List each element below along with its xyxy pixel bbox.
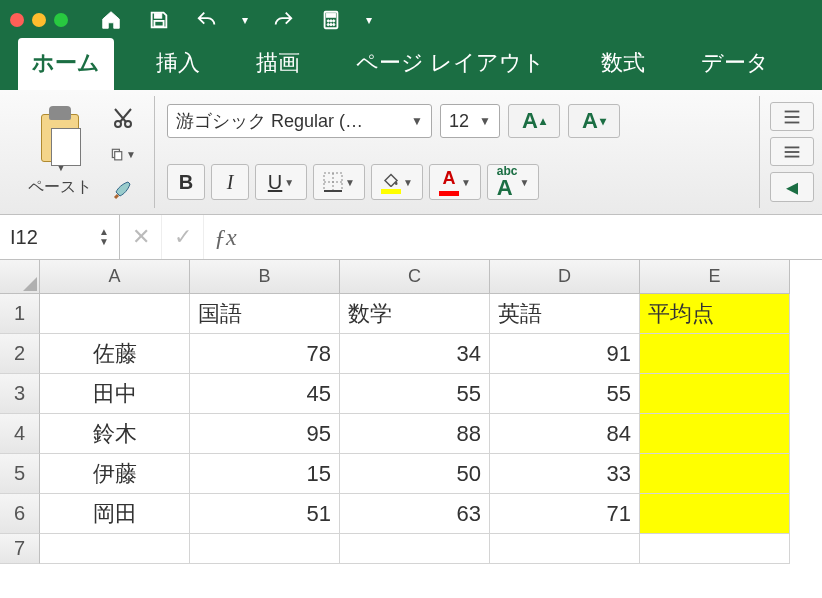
cut-icon[interactable] <box>110 106 136 130</box>
cell-B5[interactable]: 15 <box>190 454 340 494</box>
ribbon: ▼ ペースト ▼ 游ゴシック Regular (… ▼ 12 <box>0 90 822 215</box>
format-painter-icon[interactable] <box>110 178 136 202</box>
namebox-down-icon[interactable]: ▼ <box>99 237 109 247</box>
cell-B1[interactable]: 国語 <box>190 294 340 334</box>
cell-E3[interactable] <box>640 374 790 414</box>
cell-D3[interactable]: 55 <box>490 374 640 414</box>
name-box[interactable]: I12 ▲ ▼ <box>0 215 120 259</box>
col-header-D[interactable]: D <box>490 260 640 294</box>
cell-B2[interactable]: 78 <box>190 334 340 374</box>
font-size-combo[interactable]: 12 ▼ <box>440 104 500 138</box>
more-options-button[interactable] <box>770 137 814 166</box>
svg-rect-13 <box>115 152 122 160</box>
paste-label: ペースト <box>28 177 92 198</box>
minimize-icon[interactable] <box>32 13 46 27</box>
chevron-down-icon[interactable]: ▼ <box>405 114 423 128</box>
row-header-1[interactable]: 1 <box>0 294 40 334</box>
col-header-B[interactable]: B <box>190 260 340 294</box>
cell-A5[interactable]: 伊藤 <box>40 454 190 494</box>
col-header-A[interactable]: A <box>40 260 190 294</box>
cell-B7[interactable] <box>190 534 340 564</box>
cell-E2[interactable] <box>640 334 790 374</box>
spreadsheet-grid: A B C D E 1 国語 数学 英語 平均点 2 佐藤 78 34 91 3… <box>0 260 822 564</box>
cell-C1[interactable]: 数学 <box>340 294 490 334</box>
svg-rect-0 <box>154 14 161 19</box>
qat-dropdown-icon[interactable]: ▾ <box>240 13 250 27</box>
copy-icon[interactable]: ▼ <box>110 142 136 166</box>
col-header-E[interactable]: E <box>640 260 790 294</box>
save-icon[interactable] <box>144 5 174 35</box>
align-group-button[interactable] <box>770 102 814 131</box>
qat-more-icon[interactable]: ▾ <box>364 13 374 27</box>
zoom-icon[interactable] <box>54 13 68 27</box>
cell-D1[interactable]: 英語 <box>490 294 640 334</box>
underline-label: U <box>268 171 282 194</box>
tab-draw[interactable]: 描画 <box>242 38 314 90</box>
svg-point-4 <box>327 20 329 22</box>
phonetic-guide-button[interactable]: abcA ▼ <box>487 164 539 200</box>
tab-data[interactable]: データ <box>687 38 783 90</box>
tab-formulas[interactable]: 数式 <box>587 38 659 90</box>
cell-C7[interactable] <box>340 534 490 564</box>
cell-D4[interactable]: 84 <box>490 414 640 454</box>
row-header-3[interactable]: 3 <box>0 374 40 414</box>
shrink-font-button[interactable]: A▾ <box>568 104 620 138</box>
select-all-corner[interactable] <box>0 260 40 294</box>
chevron-down-icon[interactable]: ▼ <box>473 114 491 128</box>
cell-A2[interactable]: 佐藤 <box>40 334 190 374</box>
grow-font-button[interactable]: A▴ <box>508 104 560 138</box>
font-size-value: 12 <box>449 111 469 132</box>
font-color-button[interactable]: A ▼ <box>429 164 481 200</box>
name-box-value: I12 <box>10 226 38 249</box>
cell-B6[interactable]: 51 <box>190 494 340 534</box>
cell-A4[interactable]: 鈴木 <box>40 414 190 454</box>
undo-icon[interactable] <box>192 5 222 35</box>
cell-C4[interactable]: 88 <box>340 414 490 454</box>
tab-page-layout[interactable]: ページ レイアウト <box>342 38 559 90</box>
cell-D6[interactable]: 71 <box>490 494 640 534</box>
cell-E5[interactable] <box>640 454 790 494</box>
accept-formula-icon[interactable]: ✓ <box>162 215 204 259</box>
row-header-7[interactable]: 7 <box>0 534 40 564</box>
cell-A6[interactable]: 岡田 <box>40 494 190 534</box>
borders-button[interactable]: ▼ <box>313 164 365 200</box>
cell-D7[interactable] <box>490 534 640 564</box>
chevron-down-icon[interactable]: ▼ <box>126 149 136 160</box>
cell-C6[interactable]: 63 <box>340 494 490 534</box>
fill-color-button[interactable]: ▼ <box>371 164 423 200</box>
cell-A1[interactable] <box>40 294 190 334</box>
cell-A7[interactable] <box>40 534 190 564</box>
cell-B4[interactable]: 95 <box>190 414 340 454</box>
row-header-5[interactable]: 5 <box>0 454 40 494</box>
underline-button[interactable]: U▼ <box>255 164 307 200</box>
cell-D2[interactable]: 91 <box>490 334 640 374</box>
font-name-combo[interactable]: 游ゴシック Regular (… ▼ <box>167 104 432 138</box>
calculator-icon[interactable] <box>316 5 346 35</box>
cell-D5[interactable]: 33 <box>490 454 640 494</box>
formula-input[interactable] <box>247 215 822 259</box>
row-header-4[interactable]: 4 <box>0 414 40 454</box>
cell-C5[interactable]: 50 <box>340 454 490 494</box>
bold-button[interactable]: B <box>167 164 205 200</box>
fx-icon[interactable]: ƒx <box>204 224 247 251</box>
italic-button[interactable]: I <box>211 164 249 200</box>
cell-E7[interactable] <box>640 534 790 564</box>
cell-A3[interactable]: 田中 <box>40 374 190 414</box>
home-icon[interactable] <box>96 5 126 35</box>
col-header-C[interactable]: C <box>340 260 490 294</box>
paste-split-button[interactable]: ▼ ペースト <box>18 100 102 204</box>
cell-E4[interactable] <box>640 414 790 454</box>
row-header-2[interactable]: 2 <box>0 334 40 374</box>
back-icon[interactable]: ◂ <box>770 172 814 202</box>
cell-B3[interactable]: 45 <box>190 374 340 414</box>
row-header-6[interactable]: 6 <box>0 494 40 534</box>
close-icon[interactable] <box>10 13 24 27</box>
cell-E6[interactable] <box>640 494 790 534</box>
redo-icon[interactable] <box>268 5 298 35</box>
tab-insert[interactable]: 挿入 <box>142 38 214 90</box>
cancel-formula-icon[interactable]: ✕ <box>120 215 162 259</box>
cell-C2[interactable]: 34 <box>340 334 490 374</box>
cell-C3[interactable]: 55 <box>340 374 490 414</box>
cell-E1[interactable]: 平均点 <box>640 294 790 334</box>
tab-home[interactable]: ホーム <box>18 38 114 90</box>
